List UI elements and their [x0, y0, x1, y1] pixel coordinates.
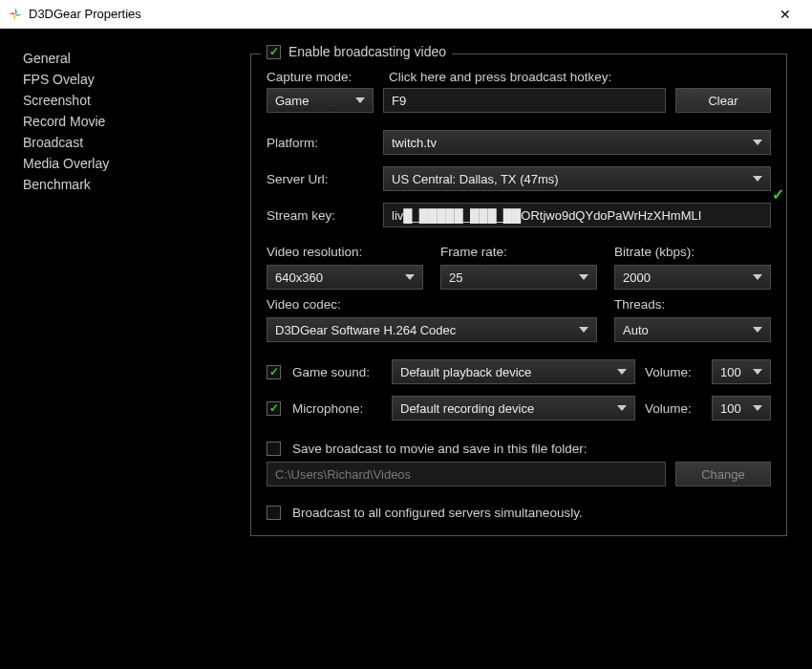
video-resolution-select[interactable]: 640x360: [267, 265, 423, 290]
video-resolution-value: 640x360: [275, 270, 323, 285]
enable-broadcast-label: Enable broadcasting video: [288, 44, 446, 59]
chevron-down-icon: [753, 405, 762, 411]
bitrate-select[interactable]: 2000: [614, 265, 771, 290]
threads-value: Auto: [623, 323, 649, 337]
broadcast-panel: Enable broadcasting video Capture mode: …: [245, 34, 806, 663]
app-icon: [8, 7, 23, 22]
chevron-down-icon: [405, 274, 415, 280]
chevron-down-icon: [753, 176, 762, 182]
platform-label: Platform:: [267, 136, 374, 150]
microphone-value: Default recording device: [400, 401, 534, 416]
bitrate-value: 2000: [623, 270, 651, 285]
clear-button[interactable]: Clear: [675, 88, 771, 113]
hotkey-value: F9: [392, 94, 406, 108]
enable-broadcast-legend: Enable broadcasting video: [261, 44, 452, 59]
microphone-label: Microphone:: [292, 401, 382, 416]
game-sound-checkbox[interactable]: [267, 365, 281, 379]
save-path-value: C:\Users\Richard\Videos: [275, 467, 411, 482]
game-sound-volume-value: 100: [720, 365, 741, 379]
game-sound-select[interactable]: Default playback device: [392, 359, 635, 384]
close-icon[interactable]: ✕: [766, 0, 804, 29]
server-url-label: Server Url:: [267, 172, 374, 186]
capture-mode-select[interactable]: Game: [267, 88, 374, 113]
chevron-down-icon: [617, 369, 627, 375]
hotkey-label: Click here and press broadcast hotkey:: [389, 70, 771, 84]
sidebar-item-benchmark[interactable]: Benchmark: [23, 174, 235, 195]
frame-rate-label: Frame rate:: [440, 245, 597, 259]
microphone-volume-select[interactable]: 100: [712, 396, 771, 421]
server-url-select[interactable]: US Central: Dallas, TX (47ms): [383, 166, 771, 191]
hotkey-input[interactable]: F9: [383, 88, 666, 113]
video-resolution-label: Video resolution:: [267, 245, 423, 259]
threads-select[interactable]: Auto: [614, 317, 771, 342]
chevron-down-icon: [753, 327, 762, 333]
sidebar-item-general[interactable]: General: [23, 48, 235, 69]
capture-mode-value: Game: [275, 94, 309, 108]
platform-select[interactable]: twitch.tv: [383, 130, 771, 155]
broadcast-fieldset: Enable broadcasting video Capture mode: …: [250, 54, 787, 536]
chevron-down-icon: [355, 97, 365, 103]
chevron-down-icon: [753, 274, 762, 280]
multicast-checkbox[interactable]: [267, 506, 281, 520]
titlebar: D3DGear Properties ✕: [0, 0, 812, 29]
microphone-volume-value: 100: [720, 401, 741, 416]
frame-rate-value: 25: [449, 270, 462, 285]
platform-value: twitch.tv: [392, 136, 437, 150]
sidebar-item-media-overlay[interactable]: Media Overlay: [23, 153, 235, 174]
sidebar-item-fps-overlay[interactable]: FPS Ovelay: [23, 69, 235, 90]
save-path-input[interactable]: C:\Users\Richard\Videos: [267, 462, 666, 486]
game-sound-volume-label: Volume:: [645, 365, 702, 379]
microphone-checkbox[interactable]: [267, 401, 281, 416]
game-sound-value: Default playback device: [400, 365, 531, 379]
chevron-down-icon: [579, 274, 588, 280]
sidebar: General FPS Ovelay Screenshot Record Mov…: [6, 34, 245, 663]
video-codec-label: Video codec:: [267, 297, 597, 312]
chevron-down-icon: [753, 369, 762, 375]
sidebar-item-broadcast[interactable]: Broadcast: [23, 132, 235, 153]
stream-key-value: liv█_█████_███_██ORtjwo9dQYdoPaWrHzXHmML…: [392, 208, 701, 223]
chevron-down-icon: [579, 327, 588, 333]
stream-key-input[interactable]: liv█_█████_███_██ORtjwo9dQYdoPaWrHzXHmML…: [383, 203, 771, 227]
video-codec-value: D3DGear Software H.264 Codec: [275, 323, 456, 337]
chevron-down-icon: [617, 405, 627, 411]
frame-rate-select[interactable]: 25: [440, 265, 597, 290]
change-button[interactable]: Change: [675, 462, 771, 486]
window-title: D3DGear Properties: [29, 7, 766, 21]
checkmark-icon: ✓: [768, 185, 784, 204]
save-broadcast-checkbox[interactable]: [267, 442, 281, 456]
threads-label: Threads:: [614, 297, 771, 312]
capture-mode-label: Capture mode:: [267, 70, 379, 84]
chevron-down-icon: [753, 140, 762, 145]
video-codec-select[interactable]: D3DGear Software H.264 Codec: [267, 317, 597, 342]
microphone-select[interactable]: Default recording device: [392, 396, 635, 421]
content-area: General FPS Ovelay Screenshot Record Mov…: [0, 29, 812, 669]
game-sound-volume-select[interactable]: 100: [712, 359, 771, 384]
sidebar-item-screenshot[interactable]: Screenshot: [23, 90, 235, 111]
game-sound-label: Game sound:: [292, 365, 382, 379]
sidebar-item-record-movie[interactable]: Record Movie: [23, 111, 235, 132]
multicast-label: Broadcast to all configured servers simu…: [292, 506, 583, 520]
stream-key-label: Stream key:: [267, 208, 374, 223]
bitrate-label: Bitrate (kbps):: [614, 245, 771, 259]
server-url-value: US Central: Dallas, TX (47ms): [392, 172, 559, 186]
microphone-volume-label: Volume:: [645, 401, 702, 416]
save-broadcast-label: Save broadcast to movie and save in this…: [292, 442, 587, 456]
enable-broadcast-checkbox[interactable]: [267, 45, 281, 59]
